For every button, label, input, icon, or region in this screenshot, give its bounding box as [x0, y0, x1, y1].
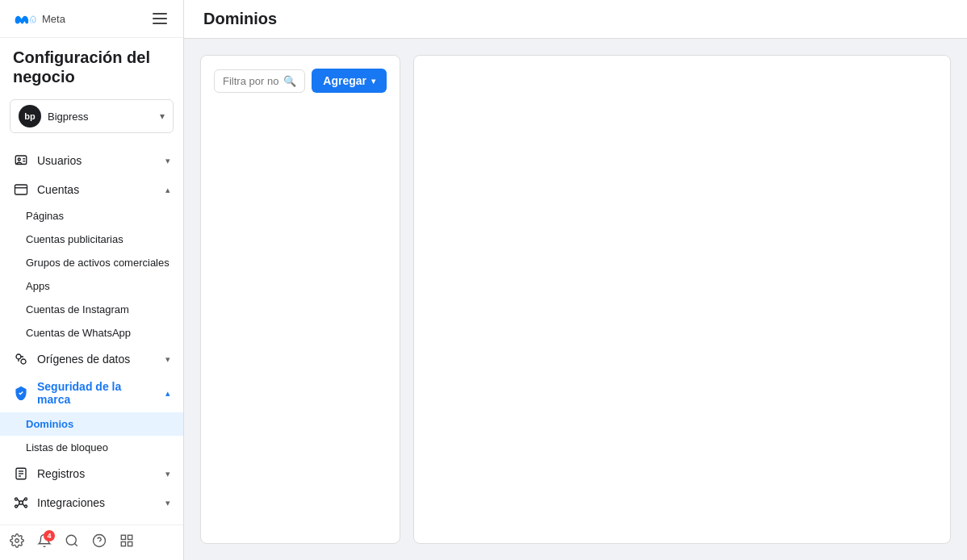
sidebar-item-usuarios[interactable]: Usuarios ▾ — [0, 146, 183, 175]
sidebar-footer: 4 — [0, 524, 183, 560]
domains-panel: 🔍 Agregar ▾ — [200, 55, 400, 544]
sidebar-item-metodos-pago[interactable]: Métodos de pago — [0, 517, 183, 524]
business-name: Bigpress — [48, 111, 153, 123]
chevron-registros: ▾ — [165, 469, 170, 479]
sidebar-subitem-instagram[interactable]: Cuentas de Instagram — [0, 298, 183, 321]
sidebar-item-cuentas-label: Cuentas — [37, 183, 157, 196]
search-input[interactable] — [223, 75, 278, 87]
shield-icon — [13, 385, 29, 401]
chevron-usuarios: ▾ — [165, 156, 170, 166]
sidebar-item-integraciones-label: Integraciones — [37, 496, 157, 509]
sidebar-item-usuarios-label: Usuarios — [37, 154, 157, 167]
chevron-origenes: ▾ — [165, 354, 170, 365]
sidebar-item-registros-label: Registros — [37, 467, 157, 480]
svg-point-15 — [25, 505, 27, 508]
sidebar-subitem-grupos-activos[interactable]: Grupos de activos comerciales — [0, 251, 183, 274]
main-header: Dominios — [184, 0, 967, 39]
sidebar-item-integraciones[interactable]: Integraciones ▾ — [0, 488, 183, 517]
svg-line-19 — [23, 504, 25, 507]
search-footer-icon[interactable] — [65, 533, 79, 552]
sidebar-subitem-whatsapp[interactable]: Cuentas de WhatsApp — [0, 321, 183, 345]
chevron-cuentas: ▴ — [165, 185, 170, 195]
sidebar-item-seguridad[interactable]: Seguridad de la marca ▴ — [0, 374, 183, 412]
main-content: Dominios 🔍 Agregar ▾ — [184, 0, 967, 560]
sidebar-subitem-cuentas-publicitarias[interactable]: Cuentas publicitarias — [0, 228, 183, 251]
business-initials: bp — [24, 111, 35, 121]
svg-point-1 — [18, 158, 20, 161]
svg-point-21 — [15, 539, 19, 543]
add-button-label: Agregar — [323, 74, 366, 87]
svg-point-24 — [94, 535, 106, 547]
page-title: Dominios — [203, 10, 948, 28]
sidebar-item-seguridad-label: Seguridad de la marca — [37, 380, 157, 406]
search-wrapper: 🔍 — [214, 69, 305, 93]
svg-rect-28 — [121, 542, 125, 546]
help-footer-icon[interactable] — [92, 533, 107, 552]
svg-rect-26 — [121, 535, 125, 539]
grid-footer-icon[interactable] — [119, 533, 134, 552]
add-caret-icon: ▾ — [371, 77, 375, 86]
hamburger-button[interactable] — [149, 10, 170, 27]
bell-footer-icon[interactable]: 4 — [37, 533, 52, 552]
svg-rect-4 — [15, 185, 27, 194]
svg-line-18 — [18, 504, 20, 507]
svg-point-6 — [21, 359, 26, 364]
svg-line-16 — [18, 499, 20, 503]
svg-point-12 — [15, 498, 18, 500]
svg-rect-27 — [128, 535, 132, 539]
data-icon — [13, 351, 29, 367]
svg-line-17 — [23, 499, 25, 503]
sidebar-subitem-listas-bloqueo[interactable]: Listas de bloqueo — [0, 436, 183, 459]
meta-logo-text: Meta — [42, 13, 65, 25]
sidebar-item-registros[interactable]: Registros ▾ — [0, 459, 183, 488]
chevron-down-icon: ▾ — [160, 111, 165, 122]
sidebar-subitem-apps[interactable]: Apps — [0, 274, 183, 298]
search-icon: 🔍 — [283, 75, 296, 87]
chevron-integraciones: ▾ — [165, 498, 170, 508]
sidebar-item-origenes-label: Orígenes de datos — [37, 353, 157, 366]
business-avatar: bp — [19, 105, 41, 127]
svg-point-22 — [66, 535, 76, 545]
notification-badge: 4 — [44, 530, 55, 541]
sidebar: Meta Configuración del negocio bp Bigpre… — [0, 0, 184, 560]
chevron-seguridad: ▴ — [165, 388, 170, 399]
sidebar-item-origenes[interactable]: Orígenes de datos ▾ — [0, 345, 183, 374]
registros-icon — [13, 466, 29, 482]
settings-footer-icon[interactable] — [10, 533, 24, 552]
user-icon — [13, 153, 29, 169]
sidebar-item-cuentas[interactable]: Cuentas ▴ — [0, 175, 183, 204]
svg-point-14 — [15, 505, 18, 508]
business-selector[interactable]: bp Bigpress ▾ — [10, 99, 174, 133]
filter-row: 🔍 Agregar ▾ — [214, 69, 387, 93]
main-body: 🔍 Agregar ▾ — [184, 39, 967, 560]
svg-point-5 — [16, 354, 21, 359]
sidebar-title: Configuración del negocio — [0, 38, 183, 93]
sidebar-header: Meta — [0, 0, 183, 38]
sidebar-subitem-dominios[interactable]: Dominios — [0, 412, 183, 436]
svg-line-23 — [74, 543, 77, 545]
sidebar-subitem-paginas[interactable]: Páginas — [0, 204, 183, 228]
domains-detail-panel — [413, 55, 951, 544]
accounts-icon — [13, 182, 29, 198]
integraciones-icon — [13, 495, 29, 511]
meta-logo: Meta — [13, 12, 65, 25]
nav-section: Usuarios ▾ Cuentas ▴ Páginas Cuentas pub… — [0, 146, 183, 524]
add-button[interactable]: Agregar ▾ — [312, 69, 387, 93]
svg-point-13 — [25, 498, 27, 500]
svg-rect-29 — [128, 542, 132, 546]
